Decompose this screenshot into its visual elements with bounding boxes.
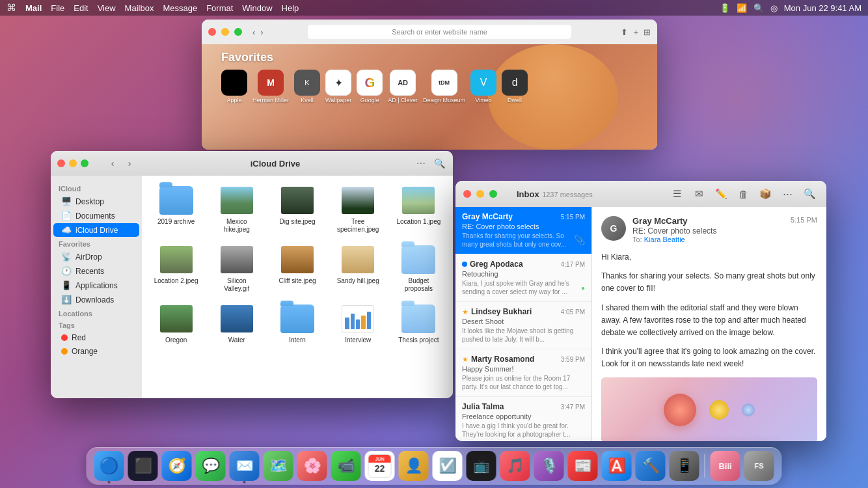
fav-google[interactable]: G Google xyxy=(357,70,383,103)
dock-news[interactable]: 📰 xyxy=(568,451,598,481)
dock-contacts[interactable]: 👤 xyxy=(399,451,429,481)
reply-btn[interactable]: ✏️ xyxy=(712,185,730,203)
mail-minimize[interactable] xyxy=(476,190,484,198)
expand-btn[interactable]: ⋯ xyxy=(778,185,796,203)
dock-launchpad[interactable]: ⬛ xyxy=(128,451,158,481)
dock-xcode[interactable]: 🔨 xyxy=(636,451,666,481)
finder-search[interactable]: 🔍 xyxy=(432,156,446,170)
finder-item-interview[interactable]: Interview xyxy=(331,301,386,347)
file-name-silicon: Silicon Valley.gif xyxy=(214,277,260,293)
fav-designmuseum[interactable]: tDM Design Museum xyxy=(423,70,465,103)
junk-btn[interactable]: 📦 xyxy=(756,185,774,203)
add-tab-icon[interactable]: + xyxy=(633,27,638,37)
finder-item-location1[interactable]: Location 1.jpeg xyxy=(391,182,446,236)
finder-item-thesis[interactable]: Thesis project xyxy=(391,301,446,347)
dock-messages[interactable]: 💬 xyxy=(196,451,226,481)
finder-expand[interactable]: ⋯ xyxy=(414,156,428,170)
dock-facetime[interactable]: 📹 xyxy=(331,451,361,481)
dock-mail[interactable]: ✉️ xyxy=(230,451,260,481)
menu-help[interactable]: Help xyxy=(282,3,299,13)
finder-maximize[interactable] xyxy=(81,159,88,167)
sidebar-tag-orange[interactable]: Orange xyxy=(53,345,139,358)
photos-icon: 🌸 xyxy=(303,457,321,474)
fav-vimeo[interactable]: V Vimeo xyxy=(470,70,496,103)
mail-item-4[interactable]: Julia Talma 3:47 PM Freelance opportunit… xyxy=(455,397,591,441)
forward-btn[interactable]: › xyxy=(260,27,263,37)
dock-music[interactable]: 🎵 xyxy=(500,451,530,481)
dock-podcasts[interactable]: 🎙️ xyxy=(534,451,564,481)
mail-maximize[interactable] xyxy=(489,190,497,198)
finder-item-water[interactable]: Water xyxy=(209,301,264,347)
apple-menu[interactable]: ⌘ xyxy=(7,2,16,14)
dock-fspaul[interactable]: FS xyxy=(744,451,774,481)
menu-file[interactable]: File xyxy=(51,3,64,13)
finder-forward[interactable]: › xyxy=(122,156,137,170)
share-icon[interactable]: ⬆ xyxy=(621,27,628,37)
finder-item-mexicohike[interactable]: Mexico hike.jpeg xyxy=(209,182,264,236)
fav-apple[interactable]: Apple xyxy=(221,70,247,103)
mail-item-0[interactable]: Gray McCarty 5:15 PM RE: Cover photo sel… xyxy=(455,207,591,254)
mail-search-btn[interactable]: 🔍 xyxy=(800,185,819,203)
search-icon[interactable]: 🔍 xyxy=(753,3,764,13)
fav-kvell[interactable]: K Kvell xyxy=(294,70,320,103)
dock-appstore[interactable]: 🅰️ xyxy=(602,451,632,481)
finder-back[interactable]: ‹ xyxy=(105,156,120,170)
delete-btn[interactable]: 🗑 xyxy=(734,185,752,203)
sidebar-item-airdrop[interactable]: 📡 AirDrop xyxy=(53,250,139,264)
finder-item-oregon[interactable]: Oregon xyxy=(148,301,204,347)
sidebar-item-icloudrive[interactable]: ☁️ iCloud Drive xyxy=(53,223,139,237)
siri-icon[interactable]: ◎ xyxy=(770,3,778,13)
finder-item-digsite[interactable]: Dig site.jpeg xyxy=(269,182,325,236)
sidebar-item-applications[interactable]: 📱 Applications xyxy=(53,278,139,292)
dock-simulator[interactable]: 📱 xyxy=(670,451,699,481)
dock-photos[interactable]: 🌸 xyxy=(297,451,327,481)
compose-btn[interactable]: ✉ xyxy=(690,185,708,203)
app-name[interactable]: Mail xyxy=(25,3,42,13)
detail-to-name[interactable]: Kiara Beattie xyxy=(644,236,685,243)
dock-calendar[interactable]: JUN 22 xyxy=(365,451,395,481)
menu-view[interactable]: View xyxy=(98,3,116,13)
close-button[interactable] xyxy=(208,28,216,36)
finder-close[interactable] xyxy=(57,159,65,167)
mail-close[interactable] xyxy=(463,190,471,198)
finder-item-siliconvalley[interactable]: Silicon Valley.gif xyxy=(209,241,264,295)
mail-item-2[interactable]: ★ Lindsey Bukhari 4:05 PM Desert Shoot I… xyxy=(455,302,591,349)
back-btn[interactable]: ‹ xyxy=(252,27,255,37)
sidebar-item-documents[interactable]: 📄 Documents xyxy=(53,209,139,223)
sidebar-item-desktop[interactable]: 🖥️ Desktop xyxy=(53,195,139,208)
sidebar-item-recents[interactable]: 🕐 Recents xyxy=(53,264,139,278)
finder-item-2019archive[interactable]: 2019 archive xyxy=(148,182,204,236)
menu-window[interactable]: Window xyxy=(242,3,272,13)
dock-bilibili[interactable]: Bili xyxy=(711,451,740,481)
finder-item-location2[interactable]: Location 2.jpeg xyxy=(148,241,204,295)
dock-reminders[interactable]: ☑️ xyxy=(433,451,463,481)
menu-message[interactable]: Message xyxy=(163,3,197,13)
finder-minimize[interactable] xyxy=(69,159,77,167)
menu-format[interactable]: Format xyxy=(206,3,233,13)
minimize-button[interactable] xyxy=(221,28,229,36)
sidebar-item-downloads[interactable]: ⬇️ Downloads xyxy=(53,293,139,306)
dock-finder[interactable]: 🔵 xyxy=(94,451,124,481)
maximize-button[interactable] xyxy=(234,28,242,36)
finder-item-sandyhill[interactable]: Sandy hill.jpeg xyxy=(331,241,386,295)
sidebar-tag-red[interactable]: Red xyxy=(53,331,139,344)
finder-item-tree[interactable]: Tree specimen.jpeg xyxy=(331,182,386,236)
mail-item-3[interactable]: ★ Marty Rosamond 3:59 PM Happy Summer! P… xyxy=(455,349,591,397)
fav-dwell[interactable]: d Dwell xyxy=(502,70,528,103)
mail-item-1[interactable]: Greg Apodaca 4:17 PM Retouching Kiara, I… xyxy=(455,254,591,302)
menu-mailbox[interactable]: Mailbox xyxy=(125,3,154,13)
fav-ad[interactable]: AD AD | Clever xyxy=(388,70,418,103)
fav-wallpaper[interactable]: ✦ Wallpaper xyxy=(325,70,351,103)
dock-maps[interactable]: 🗺️ xyxy=(264,451,293,481)
menu-edit[interactable]: Edit xyxy=(74,3,88,13)
finder-item-intern[interactable]: Intern xyxy=(269,301,325,347)
sidebar-toggle-icon[interactable]: ⊞ xyxy=(644,27,651,37)
archive-btn[interactable]: ☰ xyxy=(668,185,686,203)
finder-item-budget[interactable]: Budget proposals xyxy=(391,241,446,295)
finder-item-cliffsite[interactable]: Cliff site.jpeg xyxy=(269,241,325,295)
dock-safari[interactable]: 🧭 xyxy=(162,451,192,481)
bilibili-icon: Bili xyxy=(718,461,731,471)
fav-herman[interactable]: M Herman Miller xyxy=(252,70,289,103)
url-bar[interactable]: Search or enter website name xyxy=(308,25,572,39)
dock-appletv[interactable]: 📺 xyxy=(467,451,496,481)
